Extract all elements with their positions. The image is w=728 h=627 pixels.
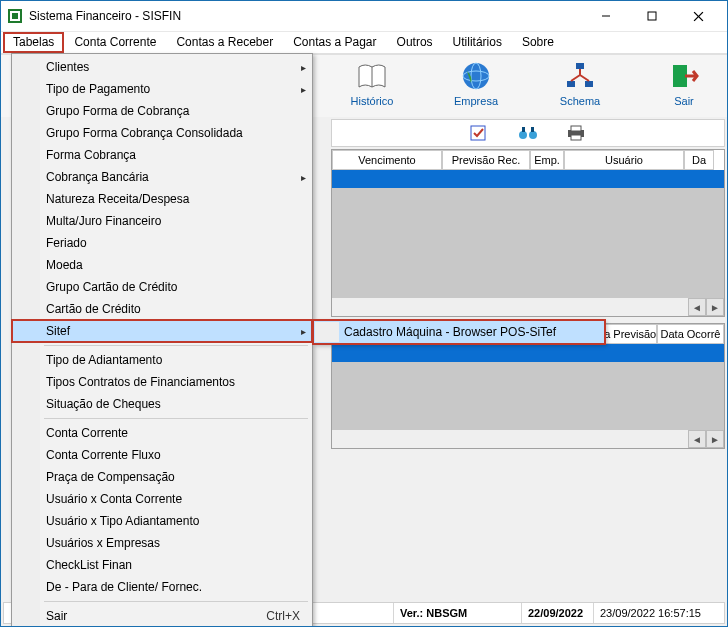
svg-rect-15 xyxy=(585,81,593,87)
menuitem-situa-o-de-cheques[interactable]: Situação de Cheques xyxy=(12,393,312,415)
schema-icon xyxy=(563,59,597,93)
svg-rect-20 xyxy=(522,127,525,132)
titlebar: Sistema Financeiro - SISFIN xyxy=(1,1,727,31)
toolbar-empresa[interactable]: Empresa xyxy=(441,59,511,107)
col-previs-o-rec-[interactable]: Previsão Rec. xyxy=(442,150,530,170)
svg-rect-23 xyxy=(571,126,581,131)
menuitem-cart-o-de-cr-dito[interactable]: Cartão de Crédito xyxy=(12,298,312,320)
svg-rect-4 xyxy=(648,12,656,20)
menuitem-usu-rio-x-tipo-adiantamento[interactable]: Usuário x Tipo Adiantamento xyxy=(12,510,312,532)
menuitem-forma-cobran-a[interactable]: Forma Cobrança xyxy=(12,144,312,166)
menuitem-de-para-de-cliente-fornec-[interactable]: De - Para de Cliente/ Fornec. xyxy=(12,576,312,598)
svg-rect-17 xyxy=(471,126,485,140)
grid-bottom-scrollbar[interactable]: ◄ ► xyxy=(332,430,724,448)
menu-sobre[interactable]: Sobre xyxy=(512,32,564,53)
binoculars-icon[interactable] xyxy=(518,125,538,141)
menuitem-checklist-finan[interactable]: CheckList Finan xyxy=(12,554,312,576)
menuitem-clientes[interactable]: Clientes▸ xyxy=(12,56,312,78)
close-button[interactable] xyxy=(675,1,721,31)
grid-top: VencimentoPrevisão Rec.Emp.UsuárioDa ◄ ► xyxy=(331,149,725,317)
svg-point-19 xyxy=(529,131,537,139)
menu-separator xyxy=(44,418,308,419)
maximize-button[interactable] xyxy=(629,1,675,31)
menuitem-sair[interactable]: SairCtrl+X xyxy=(12,605,312,627)
col-emp-[interactable]: Emp. xyxy=(530,150,564,170)
menubar: TabelasConta CorrenteContas a ReceberCon… xyxy=(1,31,727,53)
svg-rect-14 xyxy=(567,81,575,87)
submenu-arrow-icon: ▸ xyxy=(301,172,306,183)
svg-rect-16 xyxy=(673,65,687,87)
menuitem-natureza-receita-despesa[interactable]: Natureza Receita/Despesa xyxy=(12,188,312,210)
grid-bottom-body[interactable] xyxy=(332,362,724,430)
menuitem-grupo-cart-o-de-cr-dito[interactable]: Grupo Cartão de Crédito xyxy=(12,276,312,298)
app-icon xyxy=(7,8,23,24)
status-date-2: 23/09/2022 16:57:15 xyxy=(594,603,724,623)
menu-contas-a-pagar[interactable]: Contas a Pagar xyxy=(283,32,386,53)
menuitem-conta-corrente[interactable]: Conta Corrente xyxy=(12,422,312,444)
menu-outros[interactable]: Outros xyxy=(387,32,443,53)
menuitem-cobran-a-banc-ria[interactable]: Cobrança Bancária▸ xyxy=(12,166,312,188)
svg-point-10 xyxy=(463,63,489,89)
scroll-right-button[interactable]: ► xyxy=(706,430,724,448)
sitef-submenu-item[interactable]: Cadastro Máquina - Browser POS-SiTef xyxy=(313,320,605,344)
submenu-arrow-icon: ▸ xyxy=(301,62,306,73)
menu-separator xyxy=(44,345,308,346)
menu-separator xyxy=(44,601,308,602)
filter-row xyxy=(331,119,725,147)
print-icon[interactable] xyxy=(566,125,586,141)
minimize-button[interactable] xyxy=(583,1,629,31)
svg-rect-24 xyxy=(571,135,581,140)
menu-conta-corrente[interactable]: Conta Corrente xyxy=(64,32,166,53)
toolbar-schema[interactable]: Schema xyxy=(545,59,615,107)
menuitem-tipo-de-adiantamento[interactable]: Tipo de Adiantamento xyxy=(12,349,312,371)
menuitem-conta-corrente-fluxo[interactable]: Conta Corrente Fluxo xyxy=(12,444,312,466)
svg-rect-13 xyxy=(576,63,584,69)
menuitem-usu-rio-x-conta-corrente[interactable]: Usuário x Conta Corrente xyxy=(12,488,312,510)
menu-tabelas[interactable]: Tabelas xyxy=(3,32,64,53)
svg-rect-21 xyxy=(531,127,534,132)
menuitem-tipo-de-pagamento[interactable]: Tipo de Pagamento▸ xyxy=(12,78,312,100)
menuitem-grupo-forma-de-cobran-a[interactable]: Grupo Forma de Cobrança xyxy=(12,100,312,122)
menuitem-sitef[interactable]: Sitef▸ xyxy=(12,320,312,342)
toolbar-histórico[interactable]: Histórico xyxy=(337,59,407,107)
submenu-arrow-icon: ▸ xyxy=(301,326,306,337)
status-date-1: 22/09/2022 xyxy=(522,603,594,623)
book-icon xyxy=(355,59,389,93)
col-vencimento[interactable]: Vencimento xyxy=(332,150,442,170)
version-value: NBSGM xyxy=(426,607,467,619)
svg-rect-2 xyxy=(12,13,18,19)
col-usu-rio[interactable]: Usuário xyxy=(564,150,684,170)
scroll-left-button[interactable]: ◄ xyxy=(688,298,706,316)
menu-contas-a-receber[interactable]: Contas a Receber xyxy=(166,32,283,53)
menuitem-grupo-forma-cobran-a-consolidada[interactable]: Grupo Forma Cobrança Consolidada xyxy=(12,122,312,144)
menu-utilitários[interactable]: Utilitários xyxy=(443,32,512,53)
window-title: Sistema Financeiro - SISFIN xyxy=(29,9,583,23)
menuitem-feriado[interactable]: Feriado xyxy=(12,232,312,254)
menuitem-moeda[interactable]: Moeda xyxy=(12,254,312,276)
menuitem-multa-juro-financeiro[interactable]: Multa/Juro Financeiro xyxy=(12,210,312,232)
menuitem-usu-rios-x-empresas[interactable]: Usuários x Empresas xyxy=(12,532,312,554)
grid-top-scrollbar[interactable]: ◄ ► xyxy=(332,298,724,316)
grid-top-selected-row[interactable] xyxy=(332,170,724,188)
grid-top-body[interactable] xyxy=(332,188,724,298)
svg-point-18 xyxy=(519,131,527,139)
col-da[interactable]: Da xyxy=(684,150,714,170)
globe-icon xyxy=(459,59,493,93)
tabelas-dropdown: Clientes▸Tipo de Pagamento▸Grupo Forma d… xyxy=(11,53,313,627)
submenu-label: Cadastro Máquina - Browser POS-SiTef xyxy=(344,325,556,339)
col-data-ocorr-[interactable]: Data Ocorrê xyxy=(657,324,724,344)
exit-icon xyxy=(667,59,701,93)
grid-bottom-selected-row[interactable] xyxy=(332,344,724,362)
toolbar-sair[interactable]: Sair xyxy=(649,59,719,107)
version-label: Ver.: xyxy=(400,607,423,619)
shortcut-label: Ctrl+X xyxy=(266,609,300,623)
menuitem-pra-a-de-compensa-o[interactable]: Praça de Compensação xyxy=(12,466,312,488)
scroll-right-button[interactable]: ► xyxy=(706,298,724,316)
submenu-arrow-icon: ▸ xyxy=(301,84,306,95)
scroll-left-button[interactable]: ◄ xyxy=(688,430,706,448)
checkbox-icon[interactable] xyxy=(470,125,490,141)
menuitem-tipos-contratos-de-financiamentos[interactable]: Tipos Contratos de Financiamentos xyxy=(12,371,312,393)
